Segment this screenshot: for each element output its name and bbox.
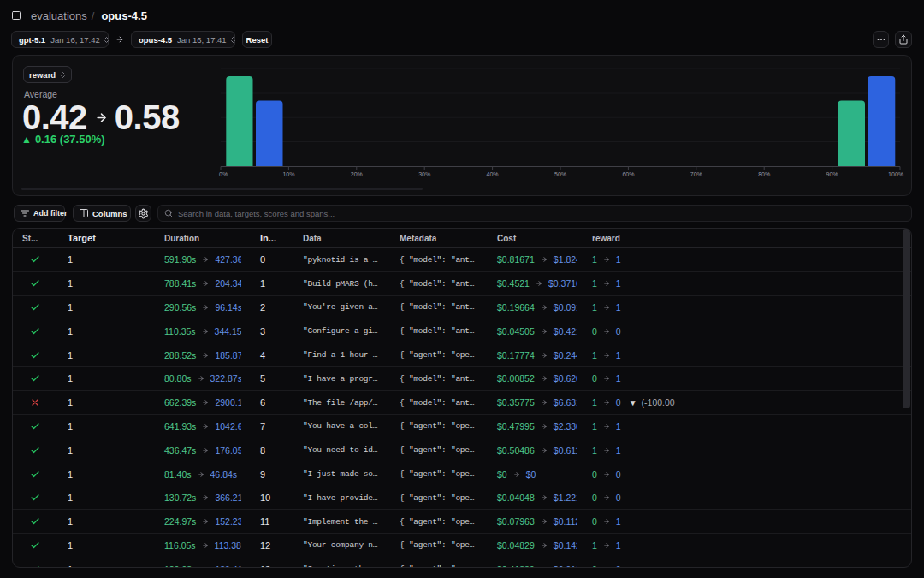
- svg-text:90%: 90%: [826, 171, 838, 177]
- svg-text:50%: 50%: [554, 171, 566, 177]
- svg-text:0%: 0%: [219, 171, 228, 177]
- svg-text:60%: 60%: [622, 171, 634, 177]
- svg-text:100%: 100%: [888, 171, 903, 177]
- svg-text:80%: 80%: [758, 171, 770, 177]
- svg-text:40%: 40%: [487, 171, 499, 177]
- svg-text:20%: 20%: [351, 171, 363, 177]
- svg-text:30%: 30%: [418, 171, 430, 177]
- svg-text:70%: 70%: [690, 171, 702, 177]
- svg-text:10%: 10%: [282, 171, 294, 177]
